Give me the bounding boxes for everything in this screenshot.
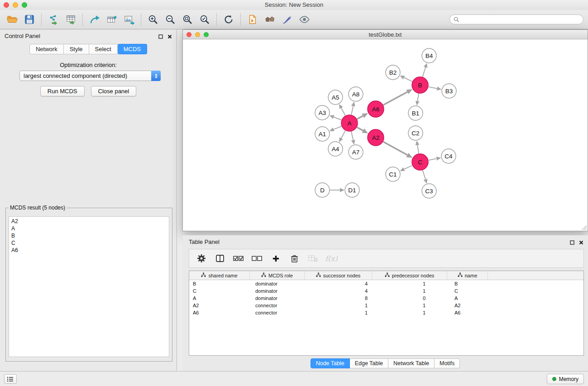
graph-node-B1[interactable]: B1 — [408, 106, 423, 120]
deselect-all-rows-icon[interactable] — [252, 253, 263, 264]
column-header-shared-name[interactable]: shared name — [189, 271, 250, 280]
table-tab-motifs[interactable]: Motifs — [435, 358, 460, 368]
graph-node-C4[interactable]: C4 — [441, 149, 456, 163]
network-minimize-button[interactable] — [195, 32, 200, 37]
graph-edge-A-A1[interactable] — [334, 126, 341, 129]
column-header-successor-nodes[interactable]: successor nodes — [305, 271, 372, 280]
graph-node-A4[interactable]: A4 — [328, 142, 343, 156]
style-brush-button[interactable] — [278, 12, 296, 27]
zoom-fit-button[interactable] — [179, 12, 196, 27]
graph-node-C3[interactable]: C3 — [422, 184, 436, 198]
export-image-button[interactable] — [120, 12, 138, 27]
criterion-dropdown[interactable]: largest connected component (directed) — [19, 71, 161, 81]
table-row[interactable]: Bdominator41B — [189, 280, 583, 287]
graph-edge-A-A4[interactable] — [341, 131, 345, 138]
result-item[interactable]: A2 — [9, 218, 169, 225]
search-input[interactable] — [462, 16, 577, 23]
graph-node-D[interactable]: D — [315, 183, 330, 197]
float-panel-icon[interactable] — [158, 33, 163, 41]
zoom-selected-button[interactable] — [196, 12, 213, 27]
graph-edge-C-C1[interactable] — [404, 166, 412, 169]
graph-node-A5[interactable]: A5 — [328, 90, 343, 105]
table-row[interactable]: Cdominator41C — [189, 287, 583, 295]
mcds-result-list[interactable]: A2ABCA6 — [9, 216, 169, 357]
delete-column-icon[interactable] — [289, 253, 300, 264]
graph-node-B[interactable]: B — [412, 77, 428, 93]
memory-button[interactable]: Memory — [547, 374, 584, 384]
show-panels-button[interactable] — [4, 374, 17, 384]
graph-edge-B-B1[interactable] — [417, 94, 419, 101]
result-item[interactable]: A6 — [9, 247, 169, 254]
save-session-button[interactable] — [21, 12, 38, 27]
graph-node-B4[interactable]: B4 — [422, 48, 436, 63]
add-column-icon[interactable] — [270, 253, 281, 264]
tab-network[interactable]: Network — [29, 44, 64, 54]
graph-node-A[interactable]: A — [341, 115, 358, 131]
table-row[interactable]: Adominator80A — [189, 295, 583, 302]
graph-edge-B-B2[interactable] — [404, 77, 412, 81]
result-item[interactable]: A — [9, 225, 169, 232]
export-table-button[interactable] — [103, 12, 120, 27]
graph-node-A3[interactable]: A3 — [315, 105, 330, 120]
graph-edge-C-C3[interactable] — [423, 170, 425, 179]
table-tab-node-table[interactable]: Node Table — [311, 358, 350, 368]
network-close-button[interactable] — [186, 32, 191, 37]
graph-node-A7[interactable]: A7 — [349, 145, 363, 159]
table-tab-edge-table[interactable]: Edge Table — [350, 358, 388, 368]
session-document-button[interactable] — [244, 12, 261, 27]
graph-edge-B-B3[interactable] — [429, 87, 437, 89]
graph-edge-B-B4[interactable] — [423, 67, 425, 77]
tab-select[interactable]: Select — [89, 44, 118, 54]
search-box[interactable] — [449, 14, 583, 24]
table-settings-gear-icon[interactable] — [196, 253, 207, 264]
apply-layout-button[interactable] — [220, 12, 237, 27]
graph-node-A6[interactable]: A6 — [368, 101, 384, 117]
graphics-details-button[interactable] — [296, 12, 313, 27]
graph-node-C[interactable]: C — [412, 154, 428, 170]
run-mcds-button[interactable]: Run MCDS — [40, 86, 85, 96]
column-header-predecessor-nodes[interactable]: predecessor nodes — [372, 271, 447, 280]
graph-edge-C-C4[interactable] — [429, 158, 437, 160]
graph-node-A8[interactable]: A8 — [349, 87, 363, 101]
graph-node-B3[interactable]: B3 — [442, 84, 456, 98]
close-panel-button[interactable]: Close panel — [91, 86, 137, 96]
graph-node-C2[interactable]: C2 — [408, 126, 423, 140]
column-header-name[interactable]: name — [447, 271, 488, 280]
table-tab-network-table[interactable]: Network Table — [388, 358, 435, 368]
zoom-in-button[interactable] — [144, 12, 162, 27]
graph-edge-A-A6[interactable] — [357, 115, 364, 119]
zoom-window-button[interactable] — [22, 2, 27, 8]
close-window-button[interactable] — [4, 2, 9, 8]
float-table-panel-icon[interactable] — [570, 238, 574, 247]
open-session-button[interactable] — [4, 12, 21, 27]
resize-grip-icon[interactable] — [581, 224, 587, 230]
welcome-screen-button[interactable] — [261, 12, 278, 27]
tab-style[interactable]: Style — [64, 44, 89, 54]
graph-node-A1[interactable]: A1 — [315, 127, 330, 141]
result-item[interactable]: B — [9, 232, 169, 239]
graph-edge-A6-B[interactable] — [383, 91, 408, 105]
graph-edge-A2-C[interactable] — [383, 142, 408, 155]
graph-edge-A-A5[interactable] — [341, 108, 345, 116]
close-panel-icon[interactable] — [167, 33, 172, 41]
zoom-out-button[interactable] — [162, 12, 179, 27]
tab-mcds[interactable]: MCDS — [118, 44, 147, 54]
show-columns-icon[interactable] — [215, 253, 225, 264]
graph-edge-A-A2[interactable] — [357, 127, 364, 131]
graph-edge-A-A3[interactable] — [334, 117, 341, 120]
table-row[interactable]: A2connector11A2 — [189, 302, 583, 309]
table-row[interactable]: A6connector11A6 — [189, 309, 583, 316]
graph-node-B2[interactable]: B2 — [386, 65, 400, 80]
graph-edge-A-A8[interactable] — [351, 106, 353, 114]
graph-edge-C-C2[interactable] — [417, 145, 419, 154]
graph-node-D1[interactable]: D1 — [345, 183, 359, 197]
graph-edge-A-A7[interactable] — [351, 132, 353, 140]
minimize-window-button[interactable] — [13, 2, 18, 8]
import-network-button[interactable] — [45, 12, 62, 27]
network-canvas[interactable]: AA6A2BCA1A3A5A8A4A7B1B2B3B4C1C2C3C4DD1 — [183, 40, 588, 231]
close-table-panel-icon[interactable] — [579, 238, 583, 247]
network-zoom-button[interactable] — [204, 32, 209, 37]
graph-node-A2[interactable]: A2 — [368, 129, 384, 146]
import-table-button[interactable] — [62, 12, 79, 27]
result-item[interactable]: C — [9, 239, 169, 247]
